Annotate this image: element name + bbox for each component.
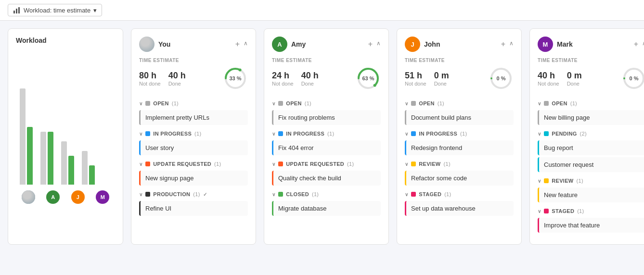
user-info-mark: MMark bbox=[538, 37, 573, 52]
task-item-mark-2-0[interactable]: New feature bbox=[538, 188, 644, 202]
john-not-done-label: Not done bbox=[405, 81, 426, 87]
mark-avatar: M bbox=[538, 37, 553, 52]
task-item-john-3-0[interactable]: Set up data warehouse bbox=[405, 201, 514, 216]
svg-rect-0 bbox=[13, 11, 15, 13]
you-done-value: 40 h bbox=[168, 71, 186, 81]
task-item-you-3-0[interactable]: Refine UI bbox=[139, 201, 248, 216]
you-section-header-0[interactable]: ∨ OPEN (1) bbox=[139, 99, 248, 108]
amy-section-0: ∨ OPEN (1) Fix routing problems bbox=[272, 99, 381, 125]
chevron-john-3: ∨ bbox=[405, 192, 408, 197]
task-item-you-1-0[interactable]: User story bbox=[139, 140, 248, 155]
section-count-you-1: (1) bbox=[194, 131, 201, 137]
section-count-amy-2: (1) bbox=[347, 161, 354, 167]
you-add-button[interactable]: + bbox=[235, 40, 240, 49]
john-section-header-3[interactable]: ∨ STAGED (1) bbox=[405, 189, 514, 199]
amy-section-3: ∨ CLOSED (1) Migrate database bbox=[272, 189, 381, 216]
amy-section-header-3[interactable]: ∨ CLOSED (1) bbox=[272, 189, 381, 199]
john-collapse-button[interactable]: ∧ bbox=[509, 40, 514, 49]
chevron-john-1: ∨ bbox=[405, 131, 408, 137]
task-item-john-1-0[interactable]: Redesign frontend bbox=[405, 140, 514, 155]
amy-section-header-2[interactable]: ∨ UPDATE REQUESTED (1) bbox=[272, 159, 381, 169]
check-icon-you-3: ✓ bbox=[203, 192, 207, 197]
mark-section-1: ∨ PENDING (2) Bug reportCustomer request bbox=[538, 129, 644, 172]
task-item-john-0-0[interactable]: Document build plans bbox=[405, 110, 514, 125]
you-collapse-button[interactable]: ∧ bbox=[244, 40, 248, 49]
section-count-mark-0: (1) bbox=[570, 100, 577, 106]
john-section-3: ∨ STAGED (1) Set up data warehouse bbox=[405, 189, 514, 216]
mark-section-header-2[interactable]: ∨ REVIEW (1) bbox=[538, 176, 644, 186]
amy-not-done-label: Not done bbox=[272, 81, 294, 87]
you-section-0: ∨ OPEN (1) Implement pretty URLs bbox=[139, 99, 248, 125]
amy-name: Amy bbox=[291, 40, 306, 48]
avatar-row: AJM bbox=[16, 190, 115, 204]
mark-section-header-0[interactable]: ∨ OPEN (1) bbox=[538, 99, 644, 108]
amy-collapse-button[interactable]: ∧ bbox=[376, 40, 381, 49]
task-item-amy-0-0[interactable]: Fix routing problems bbox=[272, 110, 381, 125]
user-header-you: You+∧ bbox=[139, 37, 248, 52]
you-time-label: TIME ESTIMATE bbox=[139, 58, 248, 63]
amy-time-row: 24 hNot done40 hDone 63 % bbox=[272, 66, 381, 91]
svg-rect-1 bbox=[16, 9, 17, 13]
green-bar-3 bbox=[89, 165, 95, 185]
section-count-mark-1: (2) bbox=[580, 131, 587, 137]
amy-section-header-0[interactable]: ∨ OPEN (1) bbox=[272, 99, 381, 108]
you-avatar bbox=[139, 37, 155, 52]
section-dot-you-3 bbox=[145, 192, 150, 197]
section-dot-amy-0 bbox=[278, 101, 283, 106]
john-section-header-2[interactable]: ∨ REVIEW (1) bbox=[405, 159, 514, 169]
john-section-0: ∨ OPEN (1) Document build plans bbox=[405, 99, 514, 125]
john-section-2: ∨ REVIEW (1) Refactor some code bbox=[405, 159, 514, 186]
amy-done: 40 hDone bbox=[301, 71, 319, 87]
workload-panel: Workload AJM bbox=[8, 28, 123, 245]
mark-section-header-3[interactable]: ∨ STAGED (1) bbox=[538, 206, 644, 216]
chevron-mark-3: ∨ bbox=[538, 209, 541, 214]
amy-section-1: ∨ IN PROGRESS (1) Fix 404 error bbox=[272, 129, 381, 155]
chevron-amy-0: ∨ bbox=[272, 101, 275, 106]
svg-point-5 bbox=[239, 68, 242, 71]
chevron-amy-2: ∨ bbox=[272, 162, 275, 167]
john-section-header-0[interactable]: ∨ OPEN (1) bbox=[405, 99, 514, 108]
mark-section-header-1[interactable]: ∨ PENDING (2) bbox=[538, 129, 644, 138]
section-count-mark-3: (1) bbox=[577, 208, 584, 214]
green-bar-1 bbox=[48, 132, 53, 185]
you-not-done-value: 80 h bbox=[139, 71, 161, 81]
section-count-john-1: (1) bbox=[460, 131, 467, 137]
task-item-mark-1-1[interactable]: Customer request bbox=[538, 157, 644, 172]
john-progress-label: 0 % bbox=[497, 75, 506, 81]
bar-container-2 bbox=[61, 69, 74, 185]
section-dot-john-1 bbox=[411, 131, 416, 136]
task-item-you-2-0[interactable]: New signup page bbox=[139, 171, 248, 186]
amy-section-header-1[interactable]: ∨ IN PROGRESS (1) bbox=[272, 129, 381, 138]
task-item-mark-1-0[interactable]: Bug report bbox=[538, 140, 644, 155]
mark-section-0: ∨ OPEN (1) New billing page bbox=[538, 99, 644, 125]
bar-group-0 bbox=[20, 69, 33, 185]
you-section-header-2[interactable]: ∨ UPDATE REQUESTED (1) bbox=[139, 159, 248, 169]
section-dot-john-2 bbox=[411, 162, 416, 166]
you-section-header-1[interactable]: ∨ IN PROGRESS (1) bbox=[139, 129, 248, 138]
bar-group-3 bbox=[82, 69, 95, 185]
section-label-john-2: REVIEW bbox=[419, 161, 440, 167]
john-add-button[interactable]: + bbox=[501, 40, 505, 49]
task-item-you-0-0[interactable]: Implement pretty URLs bbox=[139, 110, 248, 125]
section-dot-mark-3 bbox=[544, 209, 549, 213]
amy-add-button[interactable]: + bbox=[368, 40, 373, 49]
task-item-amy-1-0[interactable]: Fix 404 error bbox=[272, 140, 381, 155]
you-done: 40 hDone bbox=[168, 71, 186, 87]
section-count-john-0: (1) bbox=[438, 100, 444, 106]
john-section-header-1[interactable]: ∨ IN PROGRESS (1) bbox=[405, 129, 514, 138]
user-header-john: JJohn+∧ bbox=[405, 37, 514, 52]
mark-time-estimate: TIME ESTIMATE40 hNot done0 mDone 0 % bbox=[538, 58, 644, 91]
task-item-amy-2-0[interactable]: Quality check the build bbox=[272, 171, 381, 186]
mark-collapse-button[interactable]: ∧ bbox=[642, 40, 644, 49]
task-item-mark-3-0[interactable]: Improve that feature bbox=[538, 218, 644, 233]
mark-add-button[interactable]: + bbox=[634, 40, 638, 49]
workload-button[interactable]: Workload: time estimate ▾ bbox=[8, 4, 102, 16]
task-item-amy-3-0[interactable]: Migrate database bbox=[272, 201, 381, 216]
task-item-mark-0-0[interactable]: New billing page bbox=[538, 110, 644, 125]
you-section-header-3[interactable]: ∨ PRODUCTION (1) ✓ bbox=[139, 189, 248, 199]
gray-bar-3 bbox=[82, 151, 88, 185]
task-item-john-2-0[interactable]: Refactor some code bbox=[405, 171, 514, 186]
section-count-you-3: (1) bbox=[193, 191, 200, 197]
bar-group-2 bbox=[61, 69, 74, 185]
dropdown-arrow: ▾ bbox=[93, 7, 97, 14]
